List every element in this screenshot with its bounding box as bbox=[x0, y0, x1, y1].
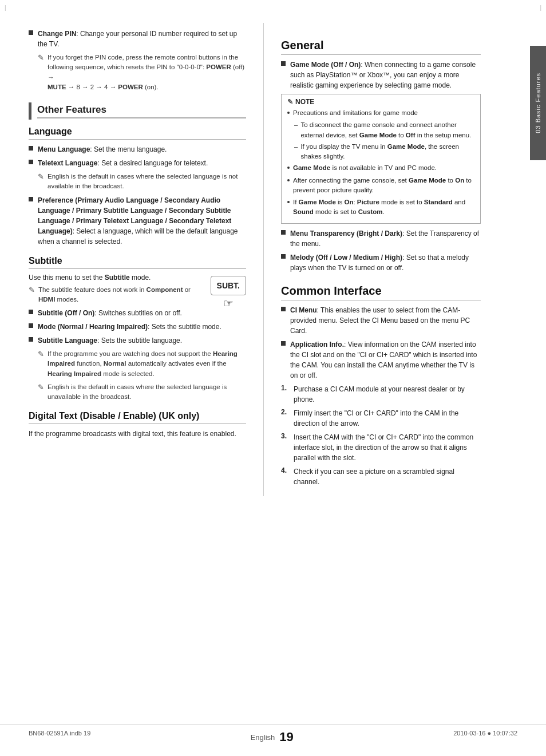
bullet-square bbox=[29, 30, 33, 35]
content-wrapper: Change PIN: Change your personal ID numb… bbox=[0, 0, 546, 531]
number-1: 1. bbox=[281, 384, 290, 392]
dash: – bbox=[294, 142, 298, 152]
number-4: 4. bbox=[281, 466, 290, 474]
digital-text-desc: If the programme broadcasts with digital… bbox=[29, 429, 246, 439]
subtitle-note3-text: English is the default in cases where th… bbox=[48, 382, 246, 402]
footer-left: BN68-02591A.indb 19 bbox=[29, 730, 90, 745]
note-dot-2-text: Game Mode is not available in TV and PC … bbox=[293, 163, 437, 173]
bullet-square bbox=[29, 310, 33, 314]
bullet-square bbox=[281, 230, 286, 235]
ci-menu-item: CI Menu: This enables the user to select… bbox=[281, 305, 481, 336]
side-tab: 03 Basic Features bbox=[530, 46, 546, 160]
subtitle-text-area: Use this menu to set the Subtitle mode. … bbox=[29, 274, 201, 322]
note-dash-2: – If you display the TV menu in Game Mod… bbox=[294, 142, 474, 162]
note-dot-1-text: Precautions and limitations for game mod… bbox=[293, 108, 418, 118]
number-2: 2. bbox=[281, 408, 290, 416]
change-pin-note-text: If you forget the PIN code, press the re… bbox=[48, 53, 246, 92]
note-dot-2: Game Mode is not available in TV and PC … bbox=[287, 163, 474, 173]
dot bbox=[287, 167, 290, 169]
subtitle-intro: Use this menu to set the Subtitle mode. bbox=[29, 274, 201, 282]
dot bbox=[287, 112, 290, 114]
teletext-note-item: ✎ English is the default in cases where … bbox=[38, 172, 246, 192]
subt-area: SUBT. ☞ bbox=[211, 274, 246, 310]
pencil-icon: ✎ bbox=[38, 350, 44, 358]
dot bbox=[287, 201, 290, 203]
footer-page: English 19 bbox=[251, 730, 294, 745]
note-box-title: ✎ NOTE bbox=[287, 98, 474, 106]
change-pin-label: Change PIN bbox=[38, 30, 76, 38]
teletext-language-item: Teletext Language: Set a desired languag… bbox=[29, 158, 246, 168]
note-dash-1-text: To disconnect the game console and conne… bbox=[300, 120, 474, 140]
other-features-header: Other Features bbox=[29, 102, 246, 120]
pencil-icon: ✎ bbox=[38, 383, 44, 391]
number-3: 3. bbox=[281, 432, 290, 440]
game-mode-text: Game Mode (Off / On): When connecting to… bbox=[290, 60, 481, 90]
bullet-square bbox=[281, 61, 286, 66]
subtitle-with-image: Use this menu to set the Subtitle mode. … bbox=[29, 274, 246, 322]
melody-item: Melody (Off / Low / Medium / High): Set … bbox=[281, 252, 481, 273]
preference-text: Preference (Primary Audio Language / Sec… bbox=[38, 195, 246, 247]
app-info-text: Application Info.: View information on t… bbox=[290, 339, 481, 381]
teletext-language-text: Teletext Language: Set a desired languag… bbox=[38, 158, 208, 168]
note-dash-2-text: If you display the TV menu in Game Mode,… bbox=[300, 142, 474, 162]
general-header: General bbox=[281, 39, 481, 55]
footer: BN68-02591A.indb 19 English 19 2010-03-1… bbox=[0, 725, 546, 745]
note-box: ✎ NOTE Precautions and limitations for g… bbox=[281, 94, 481, 224]
note-dash-1: – To disconnect the game console and con… bbox=[294, 120, 474, 140]
bullet-square bbox=[29, 337, 33, 342]
subtitle-note2-item: ✎ If the programme you are watching does… bbox=[38, 349, 246, 379]
game-mode-item: Game Mode (Off / On): When connecting to… bbox=[281, 60, 481, 90]
subtitle-off-on-item: Subtitle (Off / On): Switches subtitles … bbox=[29, 308, 201, 318]
other-features-bar bbox=[29, 102, 31, 120]
note-dot-3: After connecting the game console, set G… bbox=[287, 176, 474, 196]
melody-text: Melody (Off / Low / Medium / High): Set … bbox=[290, 252, 481, 273]
ci-menu-text: CI Menu: This enables the user to select… bbox=[290, 305, 481, 336]
side-tab-text: 03 Basic Features bbox=[535, 73, 541, 133]
footer-right: 2010-03-16 ● 10:07:32 bbox=[453, 730, 517, 745]
change-pin-item: Change PIN: Change your personal ID numb… bbox=[29, 29, 246, 49]
bullet-square bbox=[281, 254, 286, 259]
subt-button-label: SUBT. bbox=[217, 281, 240, 290]
corner-mark-tr: | bbox=[540, 5, 541, 11]
mode-item: Mode (Normal / Hearing Impaired): Sets t… bbox=[29, 322, 246, 332]
subtitle-off-on-text: Subtitle (Off / On): Switches subtitles … bbox=[38, 308, 182, 318]
other-features-title: Other Features bbox=[37, 104, 246, 118]
subtitle-language-text: Subtitle Language: Sets the subtitle lan… bbox=[38, 335, 182, 346]
subtitle-note3-item: ✎ English is the default in cases where … bbox=[38, 382, 246, 402]
dash: – bbox=[294, 120, 298, 130]
language-header: Language bbox=[29, 126, 246, 140]
note-dot-3-text: After connecting the game console, set G… bbox=[293, 176, 474, 196]
bullet-square bbox=[29, 323, 33, 328]
app-info-item: Application Info.: View information on t… bbox=[281, 339, 481, 381]
numbered-text-4: Check if you can see a picture on a scra… bbox=[294, 466, 481, 487]
digital-text-header: Digital Text (Disable / Enable) (UK only… bbox=[29, 411, 246, 424]
menu-transparency-item: Menu Transparency (Bright / Dark): Set t… bbox=[281, 228, 481, 249]
mode-text: Mode (Normal / Hearing Impaired): Sets t… bbox=[38, 322, 221, 332]
footer-language: English bbox=[251, 733, 275, 742]
dot bbox=[287, 179, 290, 181]
subt-button: SUBT. bbox=[211, 276, 246, 295]
note-dot-4: If Game Mode is On: Picture mode is set … bbox=[287, 197, 474, 217]
bullet-square bbox=[29, 197, 33, 201]
bullet-square bbox=[29, 160, 33, 164]
bullet-square bbox=[29, 146, 33, 151]
pencil-icon: ✎ bbox=[29, 286, 35, 294]
subtitle-note-item: ✎ The subtitle feature does not work in … bbox=[29, 285, 201, 305]
subtitle-header: Subtitle bbox=[29, 256, 246, 269]
pencil-icon-small: ✎ bbox=[287, 98, 293, 106]
numbered-text-1: Purchase a CI CAM module at your nearest… bbox=[294, 384, 481, 405]
numbered-item-2: 2. Firmly insert the "CI or CI+ CARD" in… bbox=[281, 408, 481, 429]
change-pin-text: Change PIN: Change your personal ID numb… bbox=[38, 29, 246, 49]
note-label: NOTE bbox=[295, 98, 314, 106]
menu-language-text: Menu Language: Set the menu language. bbox=[38, 144, 167, 155]
corner-mark-tl: | bbox=[5, 5, 6, 11]
bullet-square bbox=[281, 341, 286, 346]
page-container: | | 03 Basic Features Change PIN: Change… bbox=[0, 0, 546, 756]
note-dot-4-text: If Game Mode is On: Picture mode is set … bbox=[293, 197, 474, 217]
menu-language-item: Menu Language: Set the menu language. bbox=[29, 144, 246, 155]
note-dot-1: Precautions and limitations for game mod… bbox=[287, 108, 474, 118]
subtitle-language-item: Subtitle Language: Sets the subtitle lan… bbox=[29, 335, 246, 346]
preference-item: Preference (Primary Audio Language / Sec… bbox=[29, 195, 246, 247]
numbered-text-2: Firmly insert the "CI or CI+ CARD" into … bbox=[294, 408, 481, 429]
numbered-item-4: 4. Check if you can see a picture on a s… bbox=[281, 466, 481, 487]
